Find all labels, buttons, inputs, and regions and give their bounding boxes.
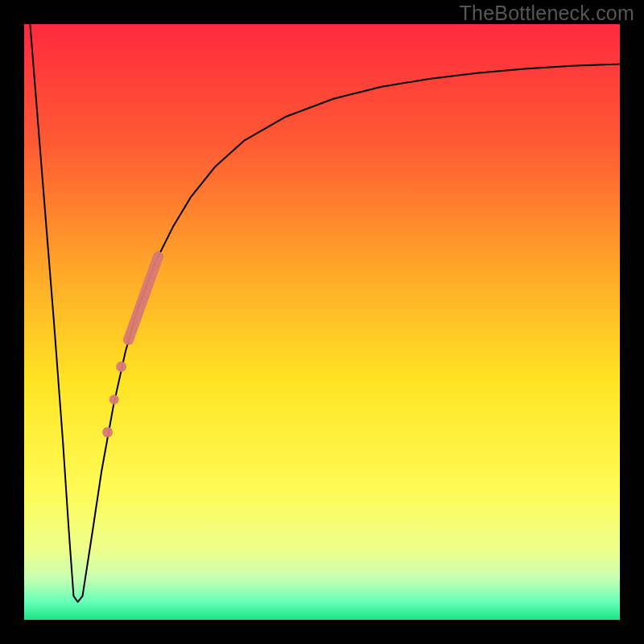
plot-svg: [24, 24, 620, 620]
highlight-dot: [109, 394, 119, 404]
highlight-dot: [116, 361, 126, 372]
highlight-dot: [102, 427, 113, 437]
watermark-text: TheBottleneck.com: [460, 2, 634, 25]
chart-frame: TheBottleneck.com: [0, 0, 644, 644]
plot-area: [24, 24, 620, 620]
gradient-background: [24, 24, 620, 620]
